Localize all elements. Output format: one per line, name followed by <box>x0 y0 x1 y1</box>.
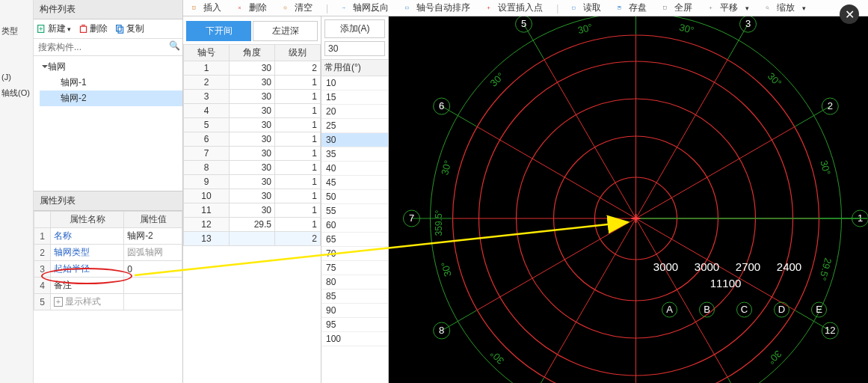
plus-icon[interactable]: + <box>54 297 63 307</box>
properties-table: 属性名称属性值 1名称轴网-2 2轴网类型圆弧轴网 3起始半径0 4备注 5+显… <box>34 211 182 310</box>
list-item[interactable]: 35 <box>321 147 388 162</box>
list-item[interactable]: 65 <box>321 233 388 247</box>
list-item[interactable]: 60 <box>321 218 388 233</box>
table-row[interactable]: 9301 <box>184 175 321 189</box>
search-input[interactable] <box>35 40 167 54</box>
table-row[interactable]: 6301 <box>184 132 321 147</box>
reverse-icon <box>339 3 348 13</box>
list-item[interactable]: 20 <box>321 105 388 119</box>
component-tree: 轴网 轴网-1 轴网-2 <box>34 56 182 191</box>
tree-root[interactable]: 轴网 <box>40 59 182 75</box>
list-item[interactable]: 85 <box>321 289 388 304</box>
table-row[interactable]: 2301 <box>184 76 321 90</box>
list-item[interactable]: 15 <box>321 91 388 105</box>
list-item[interactable]: 90 <box>321 304 388 318</box>
tree-item-2[interactable]: 轴网-2 <box>40 91 182 106</box>
svg-text:E: E <box>816 304 822 315</box>
tb-save[interactable]: 存盘 <box>612 1 653 14</box>
svg-text:A: A <box>666 304 673 315</box>
search-icon[interactable]: 🔍 <box>167 40 181 54</box>
new-icon <box>37 24 46 34</box>
list-item[interactable]: 75 <box>321 261 388 275</box>
tree-item-1[interactable]: 轴网-1 <box>40 75 182 91</box>
tb-delete[interactable]: 删除 <box>232 1 273 14</box>
nav-j[interactable]: (J) <box>0 70 33 85</box>
list-item[interactable]: 10 <box>321 76 388 91</box>
add-button[interactable]: 添加(A) <box>324 19 385 38</box>
svg-text:3000: 3000 <box>653 260 678 273</box>
tab-zuojinshen[interactable]: 左进深 <box>253 21 318 41</box>
svg-line-44 <box>795 106 831 126</box>
list-item[interactable]: 30 <box>321 133 388 147</box>
pan-icon <box>706 3 715 13</box>
table-row[interactable]: 1名称轴网-2 <box>34 228 182 245</box>
svg-line-12 <box>284 7 286 8</box>
list-item[interactable]: 25 <box>321 119 388 133</box>
list-item[interactable]: 70 <box>321 247 388 261</box>
set-icon <box>484 3 493 13</box>
table-row[interactable]: 3起始半径0 <box>34 261 182 278</box>
table-row[interactable]: 3301 <box>184 90 321 104</box>
common-header: 常用值(°) <box>321 59 388 76</box>
table-row[interactable]: 1302 <box>184 61 321 76</box>
svg-text:6: 6 <box>439 100 444 111</box>
table-row[interactable]: 2轴网类型圆弧轴网 <box>34 245 182 261</box>
list-item[interactable]: 45 <box>321 176 388 190</box>
new-button[interactable]: 新建▾ <box>37 22 71 35</box>
svg-text:B: B <box>704 304 710 315</box>
tb-set[interactable]: 设置插入点 <box>481 1 549 14</box>
table-row[interactable]: 5+显示样式 <box>34 294 182 310</box>
tb-read[interactable]: 读取 <box>566 1 607 14</box>
table-row[interactable]: 132 <box>184 232 321 246</box>
tab-xiakaijian[interactable]: 下开间 <box>186 21 251 41</box>
expand-icon <box>42 65 48 68</box>
svg-text:8: 8 <box>439 325 444 336</box>
svg-point-21 <box>766 7 769 9</box>
tb-full[interactable]: 全屏 <box>657 1 698 14</box>
value-input[interactable]: 30 <box>324 41 385 56</box>
main-toolbar: 插入 删除 清空 | 轴网反向 轴号自动排序 设置插入点 | 读取 存盘 全屏 … <box>183 0 868 16</box>
close-button[interactable]: ✕ <box>840 4 859 24</box>
tb-zoom[interactable]: 缩放▾ <box>760 1 812 14</box>
delete-button[interactable]: 删除 <box>79 22 108 35</box>
svg-text:30°: 30° <box>818 159 833 177</box>
list-item[interactable]: 50 <box>321 190 388 204</box>
tb-auto[interactable]: 轴号自动排序 <box>399 1 476 14</box>
tb-reverse[interactable]: 轴网反向 <box>336 1 395 14</box>
svg-text:D: D <box>778 304 785 315</box>
table-row[interactable]: 5301 <box>184 118 321 132</box>
tb-clear[interactable]: 清空 <box>277 1 318 14</box>
axis-grid-table: 轴号角度级别 130223013301430153016301730183019… <box>183 44 321 246</box>
nav-axis-o[interactable]: 轴线(O) <box>0 85 33 102</box>
components-panel: 构件列表 新建▾ 删除 复制 🔍 轴网 轴网-1 轴网-2 属性列表 属性名称属… <box>34 0 183 383</box>
svg-text:5: 5 <box>521 18 526 29</box>
svg-line-34 <box>477 127 635 219</box>
list-item[interactable]: 40 <box>321 162 388 176</box>
tb-insert[interactable]: 插入 <box>186 1 227 14</box>
list-item[interactable]: 100 <box>321 332 388 346</box>
table-row[interactable]: 10301 <box>184 189 321 203</box>
svg-text:12: 12 <box>825 325 835 336</box>
table-row[interactable]: 8301 <box>184 161 321 175</box>
table-row[interactable]: 4备注 <box>34 278 182 294</box>
list-item[interactable]: 55 <box>321 204 388 218</box>
nav-type[interactable]: 类型 <box>0 22 33 40</box>
list-item[interactable]: 80 <box>321 275 388 289</box>
svg-line-53 <box>524 24 544 59</box>
full-icon <box>660 3 670 13</box>
tb-pan[interactable]: 平移▾ <box>703 1 755 14</box>
drawing-canvas[interactable]: 12345678910111230°30°30°30°30°30°30°30°3… <box>389 16 868 383</box>
table-row[interactable]: 4301 <box>184 104 321 118</box>
col-axis: 轴号 <box>184 45 230 61</box>
read-icon <box>569 3 579 13</box>
svg-text:7: 7 <box>409 212 414 224</box>
copy-button[interactable]: 复制 <box>115 22 144 35</box>
table-row[interactable]: 11301 <box>184 203 321 218</box>
auto-icon <box>402 3 412 13</box>
svg-line-31 <box>636 60 728 218</box>
value-list: 101520253035404550556065707580859095100 <box>321 76 388 383</box>
table-row[interactable]: 1229.51 <box>184 218 321 232</box>
left-nav: 类型 (J) 轴线(O) <box>0 0 34 383</box>
table-row[interactable]: 7301 <box>184 147 321 161</box>
list-item[interactable]: 95 <box>321 318 388 332</box>
